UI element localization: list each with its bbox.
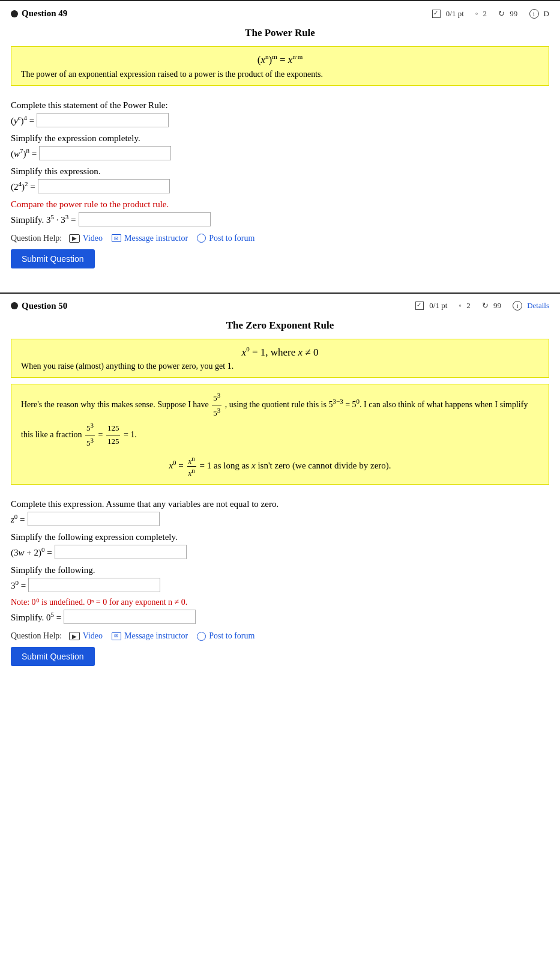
- q49-q1-input[interactable]: [37, 113, 169, 127]
- q49-formula: (xn)m = xn·m: [21, 53, 539, 66]
- q50-message-link[interactable]: Message instructor: [124, 631, 188, 641]
- q50-q2-expr: (3w + 2)0 =: [11, 546, 52, 558]
- q50-q2-row: (3w + 2)0 =: [11, 545, 549, 559]
- q50-q2-label: Simplify the following expression comple…: [11, 532, 549, 542]
- question-49-bullet: [11, 10, 18, 17]
- q49-details: D: [544, 9, 549, 19]
- question-49-block: Question 49 0/1 pt ◦ 2 ↻ 99 i D The Powe…: [0, 0, 560, 282]
- question-50-header: Question 50 0/1 pt ◦ 2 ↻ 99 i Details: [11, 301, 549, 311]
- info-icon[interactable]: i: [529, 9, 539, 19]
- question-50-label: Question 50: [22, 301, 67, 311]
- q49-q3-row: (24)2 =: [11, 179, 549, 193]
- q50-tries: 2: [466, 301, 471, 311]
- check-icon-50: [415, 302, 424, 310]
- message-icon-50: ✉: [112, 632, 121, 640]
- q49-body: Complete this statement of the Power Rul…: [11, 92, 549, 271]
- q49-help-label: Question Help:: [11, 234, 62, 243]
- q50-q4-input[interactable]: [64, 610, 196, 624]
- q49-q3-expr: (24)2 =: [11, 180, 35, 192]
- question-50-bullet: [11, 302, 18, 309]
- q50-submit-button[interactable]: Submit Question: [11, 647, 95, 666]
- forum-icon-50: [197, 632, 206, 641]
- q50-help-label: Question Help:: [11, 631, 62, 641]
- q50-q1-label: Complete this expression. Assume that an…: [11, 499, 549, 509]
- frac-xn: xn xn: [187, 455, 196, 479]
- q49-submit-button[interactable]: Submit Question: [11, 249, 95, 268]
- q49-tries: 2: [483, 9, 487, 19]
- question-49-title: Question 49: [11, 8, 67, 19]
- tries-icon-50: ◦: [459, 301, 462, 311]
- q49-q1-expr: (yc)4 =: [11, 114, 34, 126]
- q50-highlight-desc: When you raise (almost) anything to the …: [21, 362, 539, 371]
- q50-formula: x0 = 1, where x ≠ 0: [21, 345, 539, 359]
- frac2: 53 53: [85, 420, 95, 450]
- q49-q2-input[interactable]: [39, 146, 171, 160]
- question-49-label: Question 49: [22, 8, 67, 19]
- q49-q2-row: (w7)8 =: [11, 146, 549, 160]
- refresh-icon-50: ↻: [482, 301, 489, 311]
- q50-q3-expr: 30 =: [11, 579, 26, 591]
- q50-forum-link[interactable]: Post to forum: [209, 631, 254, 641]
- q49-q2-label: Simplify the expression completely.: [11, 133, 549, 144]
- q50-q4-expr: Simplify. 05 =: [11, 611, 61, 623]
- video-icon: ▶: [69, 234, 80, 243]
- q50-help: Question Help: ▶ Video ✉ Message instruc…: [11, 631, 549, 641]
- refresh-icon: ↻: [498, 9, 505, 19]
- q50-page-title: The Zero Exponent Rule: [11, 320, 549, 332]
- q49-q4-row: Simplify. 35 · 33 =: [11, 212, 549, 226]
- q50-q2-input[interactable]: [55, 545, 187, 559]
- q50-details-link[interactable]: Details: [527, 301, 549, 311]
- question-50-meta: 0/1 pt ◦ 2 ↻ 99 i Details: [415, 301, 549, 311]
- q50-explanation: Here's the reason why this makes sense. …: [21, 390, 539, 450]
- q49-help: Question Help: ▶ Video ✉ Message instruc…: [11, 234, 549, 243]
- frac3: 125 125: [106, 422, 121, 448]
- question-50-title: Question 50: [11, 301, 67, 311]
- q49-highlight-box: (xn)m = xn·m The power of an exponential…: [11, 46, 549, 86]
- q49-q1-label: Complete this statement of the Power Rul…: [11, 100, 549, 111]
- q49-video-link[interactable]: Video: [83, 234, 103, 243]
- forum-icon: [197, 234, 206, 243]
- q49-highlight-desc: The power of an exponential expression r…: [21, 70, 539, 79]
- q50-highlight-box2: Here's the reason why this makes sense. …: [11, 384, 549, 485]
- q50-q1-input[interactable]: [28, 512, 160, 526]
- question-50-block: Question 50 0/1 pt ◦ 2 ↻ 99 i Details Th…: [0, 292, 560, 680]
- q50-q4-row: Simplify. 05 =: [11, 610, 549, 624]
- frac1: 53 53: [212, 390, 221, 420]
- q49-forum-link[interactable]: Post to forum: [209, 234, 254, 243]
- q49-q4-input[interactable]: [79, 212, 211, 226]
- q49-q1-row: (yc)4 =: [11, 113, 549, 127]
- q50-q1-expr: z0 =: [11, 513, 25, 525]
- question-49-header: Question 49 0/1 pt ◦ 2 ↻ 99 i D: [11, 8, 549, 19]
- q49-score: 0/1 pt: [446, 9, 464, 19]
- q49-refresh: 99: [510, 9, 517, 19]
- q50-highlight-box1: x0 = 1, where x ≠ 0 When you raise (almo…: [11, 339, 549, 378]
- q50-q3-input[interactable]: [28, 578, 160, 592]
- q50-q1-row: z0 =: [11, 512, 549, 526]
- q49-q3-input[interactable]: [38, 179, 170, 193]
- tries-icon: ◦: [475, 9, 478, 19]
- q50-score: 0/1 pt: [429, 301, 447, 311]
- q49-q4-colored-label: Compare the power rule to the product ru…: [11, 199, 549, 210]
- q50-q3-label: Simplify the following.: [11, 565, 549, 575]
- video-icon-50: ▶: [69, 632, 80, 640]
- q49-q3-label: Simplify this expression.: [11, 166, 549, 177]
- q50-body: Complete this expression. Assume that an…: [11, 491, 549, 668]
- q50-formula2: x0 = xn xn = 1 as long as x isn't zero (…: [21, 455, 539, 479]
- message-icon: ✉: [112, 234, 121, 242]
- q50-refresh: 99: [493, 301, 501, 311]
- q49-page-title: The Power Rule: [11, 27, 549, 39]
- q49-message-link[interactable]: Message instructor: [124, 234, 188, 243]
- q49-q4-expr: Simplify. 35 · 33 =: [11, 213, 76, 225]
- info-icon-50[interactable]: i: [513, 301, 522, 311]
- q50-note: Note: 0⁰ is undefined. 0ⁿ = 0 for any ex…: [11, 597, 549, 607]
- check-icon: [432, 10, 441, 18]
- q50-q3-row: 30 =: [11, 578, 549, 592]
- q50-video-link[interactable]: Video: [83, 631, 103, 641]
- question-49-meta: 0/1 pt ◦ 2 ↻ 99 i D: [432, 9, 549, 19]
- q49-q2-expr: (w7)8 =: [11, 147, 37, 159]
